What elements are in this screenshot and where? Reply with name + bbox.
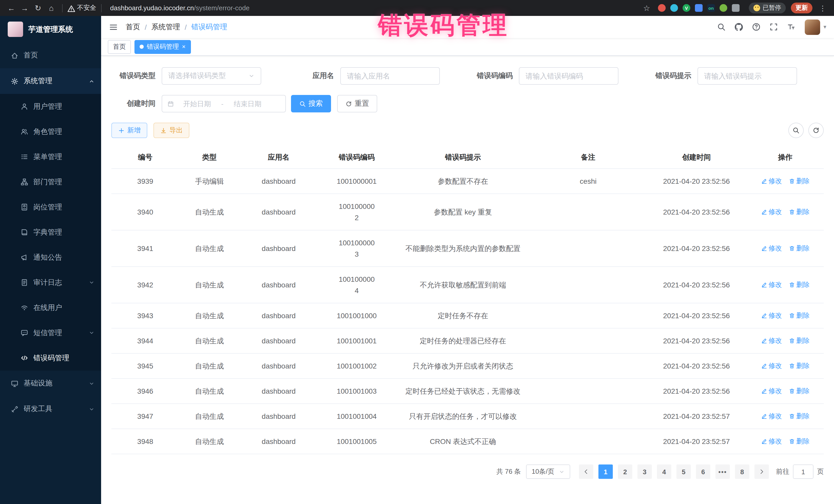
refresh-table-button[interactable] (808, 123, 824, 138)
search-button[interactable]: 搜索 (291, 95, 331, 112)
extension-teal-drop-icon[interactable] (670, 4, 678, 12)
app-logo[interactable]: 芋道管理系统 (0, 16, 101, 43)
delete-link[interactable]: 删除 (789, 436, 810, 447)
page-button-4[interactable]: 4 (657, 464, 671, 479)
extension-on-badge-icon[interactable]: on (707, 4, 715, 12)
sidebar-item-system[interactable]: 系统管理 (0, 68, 101, 94)
breadcrumb-item[interactable]: 系统管理 (151, 22, 180, 31)
error-code-type-select[interactable]: 请选择错误码类型 (162, 67, 261, 85)
header-search-icon[interactable] (717, 23, 726, 31)
sidebar-item-dept[interactable]: 部门管理 (0, 169, 101, 195)
delete-link[interactable]: 删除 (789, 310, 810, 321)
delete-link[interactable]: 删除 (789, 411, 810, 422)
user-avatar[interactable] (805, 19, 820, 35)
browser-menu-icon[interactable]: ⋮ (816, 2, 829, 14)
edit-link[interactable]: 修改 (761, 243, 782, 254)
sidebar-item-user[interactable]: 用户管理 (0, 94, 101, 119)
sidebar-item-menu[interactable]: 菜单管理 (0, 144, 101, 169)
date-start-input[interactable] (175, 100, 219, 108)
reset-button[interactable]: 重置 (337, 95, 377, 112)
address-bar[interactable]: dashboard.yudao.iocoder.cn/system/error-… (110, 4, 249, 12)
browser-home-icon[interactable]: ⌂ (45, 2, 58, 14)
goto-page-input[interactable] (793, 464, 813, 479)
edit-link[interactable]: 修改 (761, 279, 782, 290)
edit-icon (761, 413, 767, 419)
sidebar-item-infra[interactable]: 基础设施 (0, 371, 101, 396)
back-icon[interactable]: ← (5, 2, 18, 14)
extension-blue-grid-icon[interactable] (695, 4, 703, 12)
extension-red-circle-icon[interactable] (658, 4, 666, 12)
help-icon[interactable] (752, 23, 761, 31)
extension-green-check-icon[interactable]: V (683, 4, 690, 12)
reload-icon[interactable]: ↻ (32, 2, 44, 14)
edit-link[interactable]: 修改 (761, 206, 782, 218)
hamburger-icon[interactable] (109, 22, 118, 31)
edit-link[interactable]: 修改 (761, 176, 782, 187)
cell-time: 2021-04-20 23:52:56 (646, 169, 747, 194)
prev-page-button[interactable] (579, 464, 593, 479)
cell-app: dashboard (240, 272, 318, 297)
sidebar-item-notice[interactable]: 通知公告 (0, 245, 101, 270)
pager-ellipsis[interactable]: ••• (716, 464, 730, 479)
date-end-input[interactable] (225, 100, 270, 108)
sidebar-item-error-code[interactable]: 错误码管理 (0, 345, 101, 371)
delete-link[interactable]: 删除 (789, 360, 810, 372)
breadcrumb-item[interactable]: 首页 (126, 22, 140, 31)
extension-puzzle-icon[interactable] (732, 4, 740, 12)
update-button[interactable]: 更新 (791, 3, 812, 13)
edit-link[interactable]: 修改 (761, 436, 782, 447)
add-button[interactable]: 新增 (111, 123, 147, 138)
security-chip[interactable]: 不安全 (67, 4, 96, 12)
delete-link[interactable]: 删除 (789, 279, 810, 290)
sidebar-item-label: 部门管理 (34, 177, 94, 187)
paused-badge[interactable]: 已暂停 (749, 3, 786, 13)
app-name-input[interactable] (340, 67, 440, 85)
sidebar-item-online-user[interactable]: 在线用户 (0, 295, 101, 320)
fullscreen-icon[interactable] (770, 23, 778, 31)
delete-link[interactable]: 删除 (789, 335, 810, 346)
edit-label: 修改 (769, 360, 782, 372)
next-page-button[interactable] (754, 464, 769, 479)
edit-link[interactable]: 修改 (761, 335, 782, 346)
github-icon[interactable] (735, 23, 743, 31)
page-button-6[interactable]: 6 (696, 464, 710, 479)
sidebar-item-dict[interactable]: 字典管理 (0, 220, 101, 245)
users-icon (21, 128, 28, 135)
edit-link[interactable]: 修改 (761, 310, 782, 321)
delete-link[interactable]: 删除 (789, 206, 810, 218)
page-button-8[interactable]: 8 (735, 464, 749, 479)
error-code-input[interactable] (519, 67, 618, 85)
delete-link[interactable]: 删除 (789, 243, 810, 254)
avatar-caret-icon[interactable]: ▾ (824, 24, 826, 30)
sidebar-item-sms[interactable]: 短信管理 (0, 320, 101, 345)
sidebar-item-post[interactable]: 岗位管理 (0, 195, 101, 220)
edit-link[interactable]: 修改 (761, 411, 782, 422)
column-header: 编号 (111, 153, 179, 162)
sidebar-item-audit-log[interactable]: 审计日志 (0, 270, 101, 295)
page-button-5[interactable]: 5 (676, 464, 691, 479)
tag-首页[interactable]: 首页 (108, 40, 131, 53)
extension-green-leaf-icon[interactable] (720, 4, 727, 12)
error-hint-input[interactable] (698, 67, 797, 85)
bookmark-star-icon[interactable]: ☆ (640, 2, 653, 14)
page-button-3[interactable]: 3 (637, 464, 652, 479)
page-size-select[interactable]: 10条/页 (526, 464, 570, 479)
sidebar-item-dev-tools[interactable]: 研发工具 (0, 396, 101, 422)
sidebar-item-home[interactable]: 首页 (0, 43, 101, 68)
page-button-2[interactable]: 2 (618, 464, 632, 479)
edit-link[interactable]: 修改 (761, 386, 782, 397)
toggle-search-button[interactable] (788, 123, 804, 138)
tag-close-icon[interactable]: × (182, 44, 185, 50)
tag-错误码管理[interactable]: 错误码管理× (134, 40, 191, 53)
trash-icon (789, 413, 795, 419)
date-range-picker[interactable]: - (162, 95, 286, 112)
edit-link[interactable]: 修改 (761, 360, 782, 372)
font-size-icon[interactable] (787, 23, 796, 31)
delete-link[interactable]: 删除 (789, 386, 810, 397)
forward-icon[interactable]: → (19, 2, 31, 14)
delete-link[interactable]: 删除 (789, 176, 810, 187)
sidebar-item-role[interactable]: 角色管理 (0, 119, 101, 144)
export-button[interactable]: 导出 (153, 123, 190, 138)
page-button-1[interactable]: 1 (598, 464, 613, 479)
cell-time: 2021-04-20 23:52:56 (646, 379, 747, 403)
